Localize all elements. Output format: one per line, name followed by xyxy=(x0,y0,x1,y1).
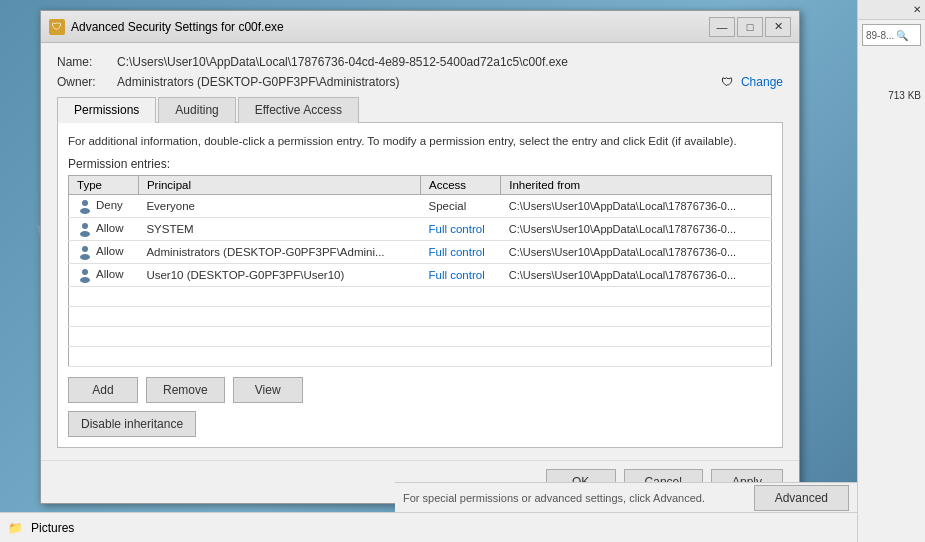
address-text: 89-8... xyxy=(866,30,894,41)
table-row-empty xyxy=(69,347,772,367)
row-inherited-from: C:\Users\User10\AppData\Local\17876736-0… xyxy=(501,218,772,241)
row-principal: Everyone xyxy=(138,195,420,218)
close-button[interactable]: ✕ xyxy=(765,17,791,37)
change-link-text: Change xyxy=(741,75,783,89)
bottom-advanced-bar: For special permissions or advanced sett… xyxy=(395,482,857,512)
row-inherited-from: C:\Users\User10\AppData\Local\17876736-0… xyxy=(501,264,772,287)
row-access: Full control xyxy=(421,264,501,287)
dialog-icon: 🛡 xyxy=(49,19,65,35)
table-action-buttons: Add Remove View xyxy=(68,377,772,403)
row-principal: SYSTEM xyxy=(138,218,420,241)
svg-point-6 xyxy=(82,269,88,275)
svg-point-0 xyxy=(82,200,88,206)
row-access: Full control xyxy=(421,218,501,241)
name-row: Name: C:\Users\User10\AppData\Local\1787… xyxy=(57,55,783,69)
right-panel: ✕ 89-8... 🔍 713 KB xyxy=(857,0,925,542)
row-type: Allow xyxy=(69,264,139,287)
access-link[interactable]: Full control xyxy=(429,269,485,281)
remove-button[interactable]: Remove xyxy=(146,377,225,403)
access-link[interactable]: Full control xyxy=(429,246,485,258)
tab-auditing[interactable]: Auditing xyxy=(158,97,235,123)
name-value: C:\Users\User10\AppData\Local\17876736-0… xyxy=(117,55,783,69)
svg-point-2 xyxy=(82,223,88,229)
address-bar-right: 89-8... 🔍 xyxy=(862,24,921,46)
owner-label: Owner: xyxy=(57,75,117,89)
svg-point-5 xyxy=(80,254,90,260)
bottom-bar: 📁 Pictures xyxy=(0,512,857,542)
row-inherited-from: C:\Users\User10\AppData\Local\17876736-0… xyxy=(501,195,772,218)
instruction-text: For additional information, double-click… xyxy=(68,133,772,149)
tab-effective-access[interactable]: Effective Access xyxy=(238,97,359,123)
permission-table: Type Principal Access Inherited from Den… xyxy=(68,175,772,367)
dialog-titlebar: 🛡 Advanced Security Settings for c00f.ex… xyxy=(41,11,799,43)
folder-icon: 📁 xyxy=(8,521,23,535)
table-row[interactable]: AllowSYSTEMFull controlC:\Users\User10\A… xyxy=(69,218,772,241)
tab-permissions[interactable]: Permissions xyxy=(57,97,156,123)
table-row[interactable]: DenyEveryoneSpecialC:\Users\User10\AppDa… xyxy=(69,195,772,218)
right-panel-body: 89-8... 🔍 713 KB xyxy=(858,20,925,542)
row-principal: User10 (DESKTOP-G0PF3PF\User10) xyxy=(138,264,420,287)
folder-label: Pictures xyxy=(31,521,74,535)
search-icon: 🔍 xyxy=(896,30,908,41)
row-access: Full control xyxy=(421,241,501,264)
table-row-empty xyxy=(69,327,772,347)
advanced-button[interactable]: Advanced xyxy=(754,485,849,511)
table-row[interactable]: AllowUser10 (DESKTOP-G0PF3PF\User10)Full… xyxy=(69,264,772,287)
table-row-empty xyxy=(69,307,772,327)
svg-point-7 xyxy=(80,277,90,283)
maximize-button[interactable]: □ xyxy=(737,17,763,37)
minimize-button[interactable]: — xyxy=(709,17,735,37)
svg-point-1 xyxy=(80,208,90,214)
help-text: For special permissions or advanced sett… xyxy=(403,492,705,504)
dialog-body: Name: C:\Users\User10\AppData\Local\1787… xyxy=(41,43,799,460)
svg-point-3 xyxy=(80,231,90,237)
add-button[interactable]: Add xyxy=(68,377,138,403)
tabs-container: Permissions Auditing Effective Access xyxy=(57,97,783,123)
shield-icon: 🛡 xyxy=(721,75,733,89)
owner-row: Owner: Administrators (DESKTOP-G0PF3PF\A… xyxy=(57,75,783,89)
view-button[interactable]: View xyxy=(233,377,303,403)
table-row[interactable]: AllowAdministrators (DESKTOP-G0PF3PF\Adm… xyxy=(69,241,772,264)
row-type: Allow xyxy=(69,241,139,264)
svg-point-4 xyxy=(82,246,88,252)
col-type: Type xyxy=(69,176,139,195)
name-label: Name: xyxy=(57,55,117,69)
row-inherited-from: C:\Users\User10\AppData\Local\17876736-0… xyxy=(501,241,772,264)
row-principal: Administrators (DESKTOP-G0PF3PF\Admini..… xyxy=(138,241,420,264)
perm-entries-label: Permission entries: xyxy=(68,157,772,171)
file-size-label: 713 KB xyxy=(888,90,921,101)
disable-inheritance-button[interactable]: Disable inheritance xyxy=(68,411,196,437)
owner-value: Administrators (DESKTOP-G0PF3PF\Administ… xyxy=(117,75,713,89)
col-principal: Principal xyxy=(138,176,420,195)
col-inherited-from: Inherited from xyxy=(501,176,772,195)
table-row-empty xyxy=(69,287,772,307)
row-type: Allow xyxy=(69,218,139,241)
tab-content-permissions: For additional information, double-click… xyxy=(57,122,783,448)
col-access: Access xyxy=(421,176,501,195)
dialog-title-text: Advanced Security Settings for c00f.exe xyxy=(71,20,284,34)
change-owner-link[interactable]: Change xyxy=(741,75,783,89)
advanced-security-dialog: 🛡 Advanced Security Settings for c00f.ex… xyxy=(40,10,800,504)
dialog-controls: — □ ✕ xyxy=(709,17,791,37)
row-type: Deny xyxy=(69,195,139,218)
access-link[interactable]: Full control xyxy=(429,223,485,235)
row-access: Special xyxy=(421,195,501,218)
dialog-title-left: 🛡 Advanced Security Settings for c00f.ex… xyxy=(49,19,284,35)
right-panel-close-btn[interactable]: ✕ xyxy=(913,4,921,15)
right-panel-top: ✕ xyxy=(858,0,925,20)
